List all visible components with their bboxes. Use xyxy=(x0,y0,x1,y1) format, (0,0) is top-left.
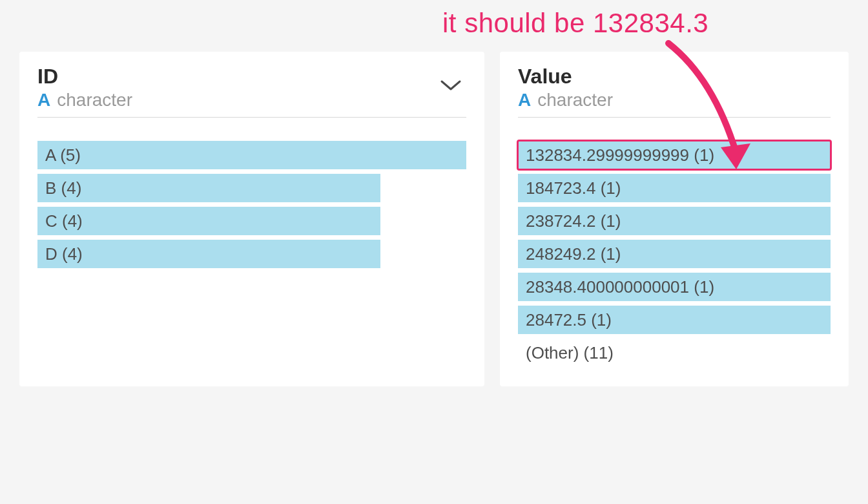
panel-id-header: ID A character xyxy=(37,65,466,118)
bar-label: 248249.2 (1) xyxy=(526,240,621,268)
annotation-text: it should be 132834.3 xyxy=(442,8,708,39)
bar-row[interactable]: (Other) (11) xyxy=(518,339,831,367)
bar-fill xyxy=(37,174,380,202)
bar-row[interactable]: B (4) xyxy=(37,174,466,202)
bar-label: C (4) xyxy=(45,207,83,235)
bar-fill xyxy=(37,141,466,169)
bar-label: 132834.29999999999 (1) xyxy=(526,141,714,169)
type-icon: A xyxy=(37,91,50,109)
bar-row[interactable]: 132834.29999999999 (1) xyxy=(518,141,831,169)
bar-label: 28472.5 (1) xyxy=(526,306,612,334)
bar-label: D (4) xyxy=(45,240,83,268)
bars-id: A (5)B (4)C (4)D (4) xyxy=(37,141,466,268)
bar-label: A (5) xyxy=(45,141,81,169)
bar-label: 184723.4 (1) xyxy=(526,174,621,202)
bar-label: (Other) (11) xyxy=(526,339,614,367)
bar-row[interactable]: 184723.4 (1) xyxy=(518,174,831,202)
panel-value-header: Value A character xyxy=(518,65,831,118)
chevron-down-icon[interactable] xyxy=(439,79,462,92)
type-label: character xyxy=(57,90,132,110)
type-label: character xyxy=(537,90,613,110)
bar-row[interactable]: 238724.2 (1) xyxy=(518,207,831,235)
panel-value: Value A character 132834.29999999999 (1)… xyxy=(500,52,849,386)
panel-value-title: Value xyxy=(518,65,831,89)
bar-label: 28348.400000000001 (1) xyxy=(526,273,714,301)
panel-id: ID A character A (5)B (4)C (4)D (4) xyxy=(19,52,484,386)
bars-value: 132834.29999999999 (1)184723.4 (1)238724… xyxy=(518,141,831,367)
bar-row[interactable]: 28472.5 (1) xyxy=(518,306,831,334)
bar-fill xyxy=(37,240,380,268)
bar-row[interactable]: A (5) xyxy=(37,141,466,169)
type-icon: A xyxy=(518,91,531,109)
panel-id-title: ID xyxy=(37,65,439,89)
bar-label: 238724.2 (1) xyxy=(526,207,621,235)
bar-row[interactable]: 248249.2 (1) xyxy=(518,240,831,268)
bar-row[interactable]: 28348.400000000001 (1) xyxy=(518,273,831,301)
bar-row[interactable]: D (4) xyxy=(37,240,466,268)
bar-label: B (4) xyxy=(45,174,81,202)
bar-row[interactable]: C (4) xyxy=(37,207,466,235)
bar-fill xyxy=(37,207,380,235)
